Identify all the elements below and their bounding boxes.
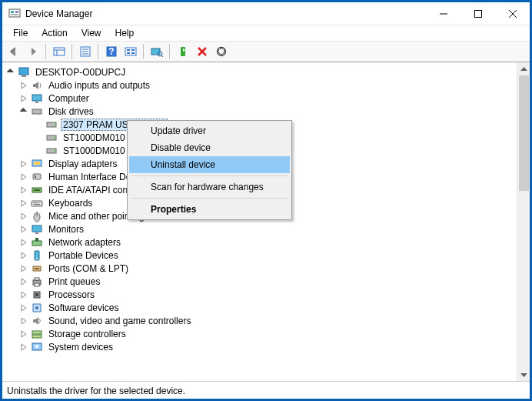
tree-category[interactable]: Portable Devices	[5, 249, 517, 262]
context-menu-item[interactable]: Uninstall device	[129, 156, 290, 173]
chevron-right-icon[interactable]	[18, 263, 29, 274]
chevron-right-icon[interactable]	[18, 250, 29, 261]
context-menu-item[interactable]: Update driver	[129, 122, 290, 139]
show-hidden-button[interactable]	[50, 43, 68, 60]
tree-category-label: Audio inputs and outputs	[46, 79, 152, 92]
tree-category[interactable]: System devices	[5, 340, 517, 353]
chevron-right-icon[interactable]	[18, 316, 29, 326]
scan-hardware-button[interactable]	[148, 43, 165, 60]
window-title: Device Manager	[25, 8, 426, 19]
tree-category[interactable]: Software devices	[5, 301, 517, 314]
properties-button[interactable]	[76, 43, 94, 60]
tree-category[interactable]: Monitors	[5, 222, 517, 236]
view-button[interactable]	[121, 43, 139, 60]
maximize-button[interactable]	[461, 2, 495, 25]
chevron-right-icon[interactable]	[18, 172, 29, 182]
portable-icon	[31, 249, 43, 262]
disk-icon	[45, 145, 58, 157]
chevron-right-icon[interactable]	[18, 289, 29, 300]
tree-category[interactable]: Network adapters	[5, 236, 517, 249]
vertical-scrollbar[interactable]	[517, 62, 530, 381]
tree-root[interactable]: DESKTOP-O0DUPCJ	[5, 65, 517, 79]
chevron-right-icon[interactable]	[18, 211, 29, 222]
chevron-down-icon[interactable]	[5, 67, 16, 78]
titlebar: Device Manager	[2, 2, 530, 25]
menu-action[interactable]: Action	[35, 26, 73, 40]
disk-icon	[45, 132, 58, 144]
context-menu-item[interactable]: Properties	[129, 201, 290, 218]
chevron-down-icon[interactable]	[18, 106, 29, 117]
enable-button[interactable]	[174, 43, 191, 60]
chevron-right-icon[interactable]	[18, 93, 29, 104]
tree-category-label: Computer	[46, 92, 91, 105]
content-area: DESKTOP-O0DUPCJ Audio inputs and outputs…	[2, 62, 530, 382]
menubar: File Action View Help	[2, 25, 530, 41]
scroll-thumb[interactable]	[519, 75, 529, 191]
chevron-right-icon[interactable]	[18, 276, 29, 287]
tree-category[interactable]: Audio inputs and outputs	[5, 79, 517, 92]
software-icon	[31, 302, 43, 314]
scroll-down-icon[interactable]	[517, 368, 530, 381]
svg-point-68	[35, 306, 38, 309]
chevron-right-icon[interactable]	[18, 80, 29, 91]
chevron-right-icon[interactable]	[18, 198, 29, 209]
svg-rect-51	[34, 204, 40, 205]
forward-button[interactable]	[24, 43, 42, 60]
tree-category[interactable]: Disk drives	[5, 105, 517, 118]
svg-point-72	[35, 345, 38, 348]
svg-rect-19	[131, 49, 135, 51]
svg-rect-44	[35, 175, 36, 178]
tree-category-label: Portable Devices	[46, 249, 121, 262]
svg-point-36	[54, 124, 55, 125]
device-tree[interactable]: DESKTOP-O0DUPCJ Audio inputs and outputs…	[2, 62, 517, 381]
disk-icon	[45, 119, 58, 131]
tree-category[interactable]: Storage controllers	[5, 327, 517, 340]
svg-text:?: ?	[108, 46, 114, 57]
chevron-right-icon[interactable]	[18, 342, 29, 353]
menu-view[interactable]: View	[75, 26, 108, 40]
context-menu-item[interactable]: Disable device	[129, 139, 290, 156]
tree-category[interactable]: Computer	[5, 92, 517, 105]
scroll-up-icon[interactable]	[517, 62, 530, 75]
monitor-icon	[31, 92, 43, 105]
svg-rect-42	[34, 162, 40, 165]
svg-point-40	[54, 150, 55, 152]
chevron-right-icon[interactable]	[18, 302, 29, 313]
menu-help[interactable]: Help	[109, 26, 141, 40]
svg-rect-69	[32, 331, 42, 334]
context-menu-item[interactable]: Scan for hardware changes	[129, 179, 290, 195]
tree-category[interactable]: Print queues	[5, 275, 517, 288]
update-driver-button[interactable]	[212, 43, 230, 60]
menu-file[interactable]: File	[7, 26, 34, 40]
back-button[interactable]	[5, 43, 22, 60]
svg-rect-3	[11, 14, 18, 15]
device-manager-window: Device Manager File Action View Help ?	[2, 2, 530, 399]
chevron-right-icon[interactable]	[18, 224, 29, 235]
svg-rect-31	[32, 95, 42, 101]
display-icon	[31, 158, 43, 170]
svg-rect-32	[35, 102, 38, 103]
keyboard-icon	[31, 197, 43, 209]
ide-icon	[31, 184, 43, 196]
svg-rect-57	[35, 238, 38, 241]
minimize-button[interactable]	[426, 2, 461, 25]
help-button[interactable]: ?	[102, 43, 120, 60]
close-button[interactable]	[495, 2, 530, 25]
storage-icon	[31, 328, 43, 340]
chevron-right-icon[interactable]	[18, 237, 29, 248]
tree-device-label: ST1000DM010	[61, 132, 128, 144]
tree-category[interactable]: Ports (COM & LPT)	[5, 262, 517, 275]
chevron-right-icon[interactable]	[18, 329, 29, 339]
tree-category-label: System devices	[46, 341, 115, 353]
svg-point-34	[39, 111, 41, 112]
tree-category-label: Monitors	[46, 223, 86, 236]
tree-category[interactable]: Processors	[5, 288, 517, 301]
menu-separator	[131, 175, 288, 176]
tree-category[interactable]: Sound, video and game controllers	[5, 314, 517, 327]
svg-point-38	[54, 137, 55, 139]
chevron-right-icon[interactable]	[18, 159, 29, 169]
svg-rect-30	[22, 75, 26, 77]
chevron-right-icon[interactable]	[18, 185, 29, 195]
tree-category-label: Network adapters	[46, 236, 123, 249]
uninstall-button[interactable]	[193, 43, 211, 60]
